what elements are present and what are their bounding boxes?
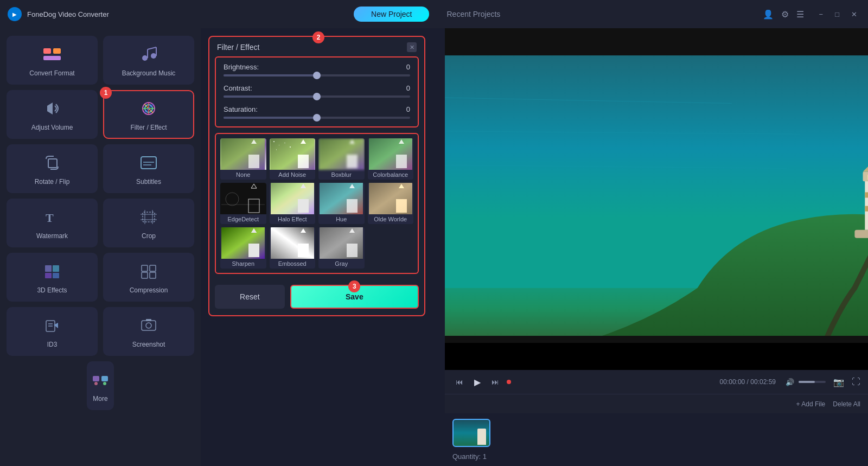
svg-line-7 xyxy=(148,47,156,49)
filter-add-noise[interactable]: Add Noise xyxy=(270,138,316,180)
sidebar-item-filter-effect[interactable]: 1 Filter / Effect xyxy=(103,90,194,139)
compression-label: Compression xyxy=(130,286,168,294)
title-center: New Project Recent Projects xyxy=(109,7,763,22)
sidebar-item-more[interactable]: More xyxy=(87,361,114,410)
filter-edge-detect[interactable]: EdgeDetect xyxy=(220,183,266,224)
id3-icon xyxy=(43,317,61,337)
svg-rect-70 xyxy=(347,199,358,213)
video-screenshot-icon[interactable]: 📷 xyxy=(833,377,844,387)
more-label: More xyxy=(93,395,107,403)
svg-rect-30 xyxy=(150,265,156,271)
filter-hue[interactable]: Hue xyxy=(318,183,365,224)
adjust-volume-icon xyxy=(43,100,61,120)
sidebar-item-screenshot[interactable]: Screenshot xyxy=(103,307,194,356)
filter-close-button[interactable]: ✕ xyxy=(407,42,417,52)
sidebar-item-compression[interactable]: Compression xyxy=(103,253,194,302)
svg-rect-31 xyxy=(142,272,148,278)
save-button[interactable]: 3 Save xyxy=(290,285,419,309)
sidebar-item-id3[interactable]: ID3 xyxy=(7,307,98,356)
svg-rect-27 xyxy=(45,273,52,278)
thumb-lighthouse-icon xyxy=(477,429,486,445)
contrast-slider-row: Contrast: 0 xyxy=(224,84,410,98)
3d-effects-icon xyxy=(43,263,61,283)
gear-icon[interactable]: ⚙ xyxy=(781,9,789,20)
background-music-label: Background Music xyxy=(122,69,176,77)
sidebar-item-rotate-flip[interactable]: Rotate / Flip xyxy=(7,144,98,193)
filter-effect-badge: 1 xyxy=(100,87,112,99)
filter-none-preview xyxy=(220,138,266,170)
saturation-track[interactable] xyxy=(224,117,410,119)
watermark-icon: T xyxy=(43,209,61,229)
play-button[interactable]: ▶ xyxy=(471,376,484,388)
sidebar-item-3d-effects[interactable]: 3D Effects xyxy=(7,253,98,302)
filter-sharpen-preview xyxy=(220,227,266,259)
volume-bar[interactable] xyxy=(799,381,826,383)
filter-sharpen-label: Sharpen xyxy=(231,259,256,269)
filter-boxblur[interactable]: Boxblur xyxy=(318,138,365,180)
svg-point-41 xyxy=(94,382,98,385)
svg-rect-83 xyxy=(445,28,868,55)
sidebar-item-crop[interactable]: Crop xyxy=(103,199,194,247)
main-content: Convert Format Background Music Adjust V… xyxy=(0,28,868,466)
more-icon xyxy=(91,372,110,392)
video-thumbnail[interactable] xyxy=(452,419,490,447)
svg-rect-56 xyxy=(347,155,358,168)
filter-colorbalance-preview xyxy=(368,138,414,170)
screenshot-icon xyxy=(139,317,158,337)
volume-icon[interactable]: 🔊 xyxy=(786,378,794,386)
filter-embossed[interactable]: Embossed xyxy=(270,227,316,269)
svg-rect-60 xyxy=(221,183,265,214)
filter-none[interactable]: None xyxy=(220,138,266,180)
sidebar: Convert Format Background Music Adjust V… xyxy=(0,28,201,466)
svg-marker-8 xyxy=(47,103,53,114)
filter-sharpen[interactable]: Sharpen xyxy=(220,227,266,269)
filter-edge-detect-label: EdgeDetect xyxy=(227,214,260,224)
saturation-value: 0 xyxy=(406,105,410,113)
delete-all-button[interactable]: Delete All xyxy=(833,400,860,408)
sidebar-item-convert-format[interactable]: Convert Format xyxy=(7,36,98,85)
recent-projects-tab[interactable]: Recent Projects xyxy=(429,7,518,22)
svg-text:T: T xyxy=(46,211,54,225)
title-bar: FoneDog Video Converter New Project Rece… xyxy=(0,0,868,28)
filter-embossed-preview xyxy=(270,227,316,259)
svg-rect-28 xyxy=(53,273,59,278)
menu-icon[interactable]: ☰ xyxy=(796,9,804,20)
svg-rect-79 xyxy=(298,244,309,257)
filter-none-label: None xyxy=(235,170,251,180)
filter-header: Filter / Effect 2 ✕ xyxy=(209,37,424,56)
contrast-track[interactable] xyxy=(224,95,410,98)
sidebar-item-watermark[interactable]: T Watermark xyxy=(7,199,98,247)
thumb-row xyxy=(452,419,860,447)
maximize-button[interactable]: □ xyxy=(832,9,843,20)
video-expand-icon[interactable]: ⛶ xyxy=(852,377,860,387)
close-button[interactable]: ✕ xyxy=(848,9,860,20)
crop-label: Crop xyxy=(142,232,156,240)
filter-gray-label: Gray xyxy=(334,259,349,269)
svg-rect-82 xyxy=(347,244,358,257)
svg-rect-20 xyxy=(143,212,155,222)
sidebar-item-subtitles[interactable]: Subtitles xyxy=(103,144,194,193)
minimize-button[interactable]: − xyxy=(816,9,827,20)
svg-rect-89 xyxy=(865,178,868,230)
skip-forward-button[interactable]: ⏭ xyxy=(488,376,502,387)
skip-back-button[interactable]: ⏮ xyxy=(452,376,467,387)
sidebar-item-background-music[interactable]: Background Music xyxy=(103,36,194,85)
reset-button[interactable]: Reset xyxy=(215,285,285,309)
filter-effect-label: Filter / Effect xyxy=(130,124,167,131)
add-file-button[interactable]: + Add File xyxy=(796,400,826,408)
filter-colorbalance[interactable]: Colorbalance xyxy=(368,138,414,180)
filter-olde-worlde[interactable]: Olde Worlde xyxy=(368,183,414,224)
adjust-volume-label: Adjust Volume xyxy=(31,124,73,131)
filter-gray[interactable]: Gray xyxy=(318,227,365,269)
user-icon[interactable]: 👤 xyxy=(763,9,774,20)
brightness-track[interactable] xyxy=(224,74,410,76)
svg-point-4 xyxy=(151,53,156,59)
filter-add-noise-label: Add Noise xyxy=(277,170,307,180)
svg-rect-76 xyxy=(248,244,259,257)
save-badge: 3 xyxy=(348,280,360,292)
sidebar-item-adjust-volume[interactable]: Adjust Volume xyxy=(7,90,98,139)
filter-halo-effect[interactable]: Halo Effect xyxy=(270,183,316,224)
filter-add-noise-preview xyxy=(270,138,316,170)
subtitles-label: Subtitles xyxy=(136,178,161,186)
new-project-tab[interactable]: New Project xyxy=(354,7,429,22)
